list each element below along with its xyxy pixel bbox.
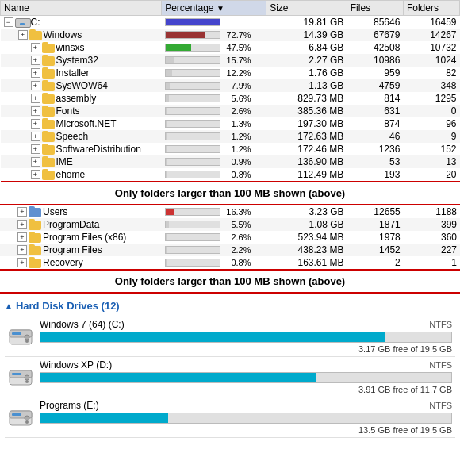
size-cell: 172.63 MB bbox=[266, 130, 347, 143]
table-row[interactable]: +Fonts2.6%385.36 MB6310 bbox=[1, 105, 460, 117]
files-cell: 874 bbox=[347, 117, 403, 130]
expand-button[interactable]: + bbox=[31, 106, 40, 116]
col-header-name[interactable]: Name bbox=[1, 1, 162, 16]
size-cell: 829.73 MB bbox=[266, 92, 347, 105]
hdd-drive-fs: NTFS bbox=[429, 401, 452, 410]
files-cell: 814 bbox=[347, 92, 403, 105]
hdd-bar-fill bbox=[40, 373, 316, 382]
expand-button[interactable]: + bbox=[18, 30, 28, 40]
folders-cell: 14267 bbox=[403, 29, 459, 41]
pct-text: 16.3% bbox=[224, 207, 251, 217]
expand-button[interactable]: − bbox=[4, 17, 13, 27]
bar-container bbox=[165, 246, 220, 254]
expand-button[interactable]: + bbox=[17, 258, 27, 267]
bar-container bbox=[165, 132, 220, 140]
table-row[interactable]: +IME0.9%136.90 MB5313 bbox=[1, 155, 460, 168]
item-name: assembly bbox=[56, 93, 97, 104]
bar-container bbox=[165, 208, 220, 216]
hdd-drive-item[interactable]: Programs (E:)NTFS13.5 GB free of 19.5 GB bbox=[5, 397, 455, 438]
folder-icon bbox=[42, 42, 55, 53]
table-row[interactable]: +Program Files (x86)2.6%523.94 MB1978360 bbox=[0, 231, 460, 244]
svg-point-12 bbox=[25, 416, 29, 420]
table-row[interactable]: +Speech1.2%172.63 MB469 bbox=[1, 130, 460, 143]
bar-container bbox=[165, 107, 220, 115]
folder-icon bbox=[42, 156, 55, 167]
expand-button[interactable]: + bbox=[31, 68, 40, 78]
files-cell: 2 bbox=[347, 256, 404, 270]
folders-cell: 10732 bbox=[403, 41, 459, 54]
table-row[interactable]: +SoftwareDistribution1.2%172.46 MB123615… bbox=[1, 143, 460, 155]
table-row[interactable]: +Recovery0.8%163.61 MB21 bbox=[0, 256, 460, 270]
bar-cell: 5.6% bbox=[165, 94, 263, 103]
size-cell: 1.76 GB bbox=[266, 67, 347, 79]
expand-button[interactable]: + bbox=[31, 119, 40, 129]
name-cell: +ProgramData bbox=[3, 219, 159, 230]
table-row[interactable]: +System3215.7%2.27 GB109861024 bbox=[1, 54, 460, 67]
col-header-folders[interactable]: Folders bbox=[403, 1, 459, 16]
table-row[interactable]: +Users16.3%3.23 GB126551188 bbox=[0, 205, 460, 218]
table-row[interactable]: +Program Files2.2%438.23 MB1452227 bbox=[0, 244, 460, 256]
table-row[interactable]: +winsxs47.5%6.84 GB4250810732 bbox=[1, 41, 460, 54]
bar-container bbox=[165, 221, 220, 228]
expand-button[interactable]: + bbox=[31, 170, 40, 179]
expand-button[interactable]: + bbox=[31, 157, 40, 167]
files-cell: 1978 bbox=[347, 231, 404, 244]
folder-icon bbox=[42, 144, 55, 155]
item-name: ehome bbox=[56, 169, 86, 180]
bar-fill bbox=[166, 159, 167, 165]
files-cell: 67679 bbox=[347, 29, 403, 41]
pct-text: 1.2% bbox=[224, 144, 251, 154]
hdd-drive-item[interactable]: Windows 7 (64) (C:)NTFS3.17 GB free of 1… bbox=[5, 317, 455, 357]
expand-button[interactable]: + bbox=[31, 56, 40, 65]
bar-cell: 0.8% bbox=[165, 170, 263, 179]
name-cell: +System32 bbox=[4, 55, 159, 66]
folder-icon bbox=[42, 131, 55, 142]
bar-fill bbox=[166, 247, 167, 253]
name-cell: −C: bbox=[4, 17, 159, 28]
table-row[interactable]: +ehome0.8%112.49 MB19320 bbox=[1, 168, 460, 182]
table-row[interactable]: +Windows72.7%14.39 GB6767914267 bbox=[1, 29, 460, 41]
bar-container bbox=[165, 259, 220, 267]
table-row[interactable]: +ProgramData5.5%1.08 GB1871399 bbox=[0, 218, 460, 231]
folders-cell: 96 bbox=[403, 117, 459, 130]
table-row[interactable]: +Microsoft.NET1.3%197.30 MB87496 bbox=[1, 117, 460, 130]
size-cell: 163.61 MB bbox=[266, 256, 347, 270]
table-row[interactable]: +assembly5.6%829.73 MB8141295 bbox=[1, 92, 460, 105]
table-row[interactable]: +SysWOW647.9%1.13 GB4759348 bbox=[1, 79, 460, 92]
col-header-percentage[interactable]: Percentage ▼ bbox=[162, 1, 266, 16]
hdd-bar-fill bbox=[40, 332, 385, 342]
table-row[interactable]: −C:19.81 GB8564616459 bbox=[1, 16, 460, 29]
folder-icon bbox=[42, 93, 55, 104]
bar-cell: 0.9% bbox=[165, 157, 263, 167]
item-name: SysWOW64 bbox=[56, 80, 108, 91]
expand-button[interactable]: + bbox=[17, 220, 27, 229]
expand-button[interactable]: + bbox=[31, 81, 40, 90]
table-row[interactable]: +Installer12.2%1.76 GB95982 bbox=[1, 67, 460, 79]
col-header-files[interactable]: Files bbox=[347, 1, 403, 16]
pct-text: 0.8% bbox=[224, 170, 251, 179]
folder-icon bbox=[42, 106, 55, 117]
expand-button[interactable]: + bbox=[31, 144, 40, 154]
bar-cell: 1.2% bbox=[165, 132, 263, 141]
expand-button[interactable]: + bbox=[17, 245, 27, 255]
folder-icon bbox=[42, 67, 55, 79]
item-name: Fonts bbox=[56, 106, 80, 117]
item-name: Users bbox=[43, 206, 67, 217]
expand-button[interactable]: + bbox=[17, 232, 27, 242]
hdd-drive-item[interactable]: Windows XP (D:)NTFS3.91 GB free of 11.7 … bbox=[5, 357, 455, 397]
folder-icon bbox=[29, 206, 41, 217]
bar-cell: 72.7% bbox=[165, 30, 263, 40]
hdd-icon bbox=[8, 364, 33, 390]
files-cell: 1452 bbox=[347, 244, 404, 256]
expand-button[interactable]: + bbox=[31, 43, 40, 52]
folder-icon bbox=[42, 55, 55, 66]
expand-button[interactable]: + bbox=[31, 132, 40, 141]
col-header-size[interactable]: Size bbox=[266, 1, 347, 16]
item-name: SoftwareDistribution bbox=[56, 144, 141, 155]
folder-icon bbox=[29, 219, 41, 230]
bar-cell: 15.7% bbox=[165, 56, 263, 65]
pct-text: 0.9% bbox=[224, 157, 251, 167]
expand-button[interactable]: + bbox=[31, 94, 40, 103]
files-cell: 959 bbox=[347, 67, 403, 79]
expand-button[interactable]: + bbox=[17, 207, 27, 217]
